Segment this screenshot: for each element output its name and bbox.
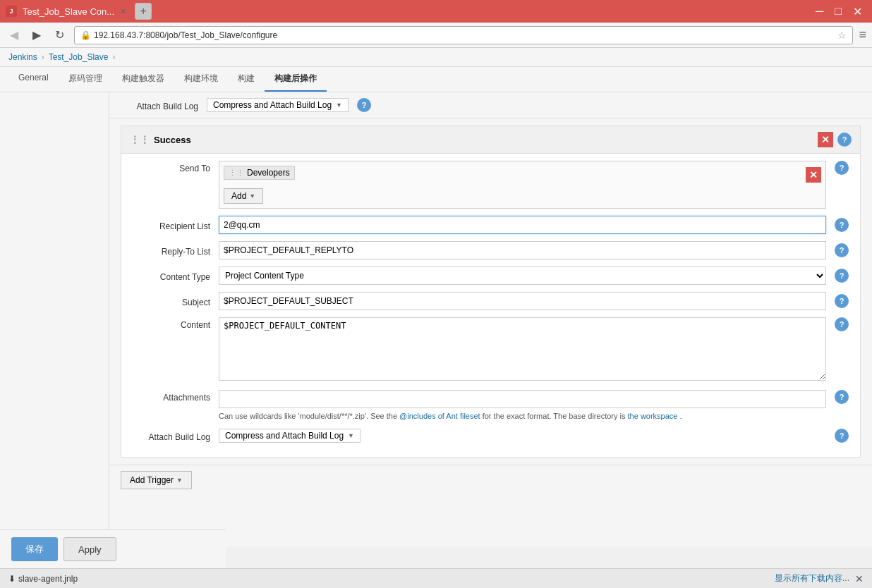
reload-button[interactable]: ↻ xyxy=(51,27,68,43)
ant-fileset-link[interactable]: @includes of Ant fileset xyxy=(399,412,480,420)
attach-build-log-control: Compress and Attach Build Log xyxy=(219,429,826,443)
attachments-hint-period: . xyxy=(680,412,682,420)
content-help-icon[interactable]: ? xyxy=(835,317,849,331)
recipient-list-label: Recipient List xyxy=(133,219,210,231)
add-label: Add xyxy=(231,191,246,201)
add-trigger-label: Add Trigger xyxy=(130,475,174,485)
tab-title: Test_Job_Slave Con... xyxy=(23,6,114,17)
content-type-label: Content Type xyxy=(133,269,210,282)
status-download: ⬇ slave-agent.jnlp xyxy=(8,574,78,584)
close-button[interactable]: ✕ xyxy=(849,5,866,18)
send-to-help-icon[interactable]: ? xyxy=(835,161,849,175)
breadcrumb: Jenkins › Test_Job_Slave › xyxy=(0,48,872,67)
subject-input[interactable]: $PROJECT_DEFAULT_SUBJECT xyxy=(219,292,826,310)
attachments-hint-text2: for the exact format. The base directory… xyxy=(483,412,628,420)
attach-build-log-row: Attach Build Log Compress and Attach Bui… xyxy=(133,429,849,443)
tab-build[interactable]: 构建 xyxy=(228,67,265,92)
subject-row: Subject $PROJECT_DEFAULT_SUBJECT ? xyxy=(133,292,849,310)
breadcrumb-job[interactable]: Test_Job_Slave xyxy=(49,52,109,62)
breadcrumb-sep-1: › xyxy=(42,52,44,62)
apply-button[interactable]: Apply xyxy=(63,537,116,561)
add-trigger-button[interactable]: Add Trigger xyxy=(121,471,192,489)
content-area: Attach Build Log Compress and Attach Bui… xyxy=(109,92,872,546)
url-box: 🔒 192.168.43.7:8080/job/Test_Job_Slave/c… xyxy=(74,26,853,44)
add-trigger-bar: Add Trigger xyxy=(109,465,872,495)
window-controls: ─ □ ✕ xyxy=(811,5,866,18)
attach-build-log-help-icon[interactable]: ? xyxy=(835,429,849,443)
attach-build-log-value: Compress and Attach Build Log xyxy=(225,431,344,441)
workspace-link[interactable]: the workspace xyxy=(628,412,678,420)
reply-to-help-icon[interactable]: ? xyxy=(835,243,849,257)
tabs-nav: General 原码管理 构建触发器 构建环境 构建 构建后操作 xyxy=(0,67,872,92)
attachments-help-icon[interactable]: ? xyxy=(835,390,849,404)
add-recipient-button[interactable]: Add xyxy=(224,188,263,204)
developer-row: Developers ✕ xyxy=(224,166,821,184)
content-textarea[interactable]: $PROJECT_DEFAULT_CONTENT xyxy=(219,317,826,381)
tab-post-build[interactable]: 构建后操作 xyxy=(265,67,327,92)
content-type-select[interactable]: Project Content Type HTML Plain Text xyxy=(219,267,826,285)
title-bar-left: J Test_Job_Slave Con... ✕ + xyxy=(6,3,152,20)
recipient-list-help-icon[interactable]: ? xyxy=(835,218,849,232)
content-control: $PROJECT_DEFAULT_CONTENT xyxy=(219,317,826,383)
recipient-list-row: Recipient List 2@qq.cm ? xyxy=(133,216,849,234)
new-tab-button[interactable]: + xyxy=(135,3,152,20)
success-help-icon[interactable]: ? xyxy=(837,133,852,147)
success-header: Success ✕ ? xyxy=(121,126,860,154)
tab-env[interactable]: 构建环境 xyxy=(174,67,228,92)
breadcrumb-jenkins[interactable]: Jenkins xyxy=(8,52,37,62)
subject-help-icon[interactable]: ? xyxy=(835,294,849,308)
success-remove-button[interactable]: ✕ xyxy=(818,132,833,147)
top-attach-label: Attach Build Log xyxy=(121,99,198,111)
reply-to-control: $PROJECT_DEFAULT_REPLYTO xyxy=(219,241,826,259)
attachments-hint-text: Can use wildcards like 'module/dist/**/*… xyxy=(219,412,399,420)
developer-tag: Developers xyxy=(224,166,295,180)
breadcrumb-sep-2: › xyxy=(112,52,115,62)
developer-remove-button[interactable]: ✕ xyxy=(806,167,821,183)
browser-menu-icon[interactable]: ≡ xyxy=(859,27,866,42)
top-attach-value: Compress and Attach Build Log xyxy=(213,100,332,110)
address-bar: ◀ ▶ ↻ 🔒 192.168.43.7:8080/job/Test_Job_S… xyxy=(0,23,872,48)
content-type-control: Project Content Type HTML Plain Text xyxy=(219,267,826,285)
save-button[interactable]: 保存 xyxy=(11,537,58,561)
download-filename: slave-agent.jnlp xyxy=(18,574,78,584)
url-lock-icon: 🔒 xyxy=(80,30,91,40)
minimize-button[interactable]: ─ xyxy=(811,5,828,18)
back-button[interactable]: ◀ xyxy=(6,27,23,43)
send-to-label: Send To xyxy=(133,161,210,173)
recipient-list-input[interactable]: 2@qq.cm xyxy=(219,216,826,234)
content-type-row: Content Type Project Content Type HTML P… xyxy=(133,267,849,285)
main-layout: Attach Build Log Compress and Attach Bui… xyxy=(0,92,872,546)
success-title: Success xyxy=(130,134,191,145)
top-attach-help-icon[interactable]: ? xyxy=(357,98,371,112)
tab-triggers[interactable]: 构建触发器 xyxy=(112,67,174,92)
content-type-help-icon[interactable]: ? xyxy=(835,269,849,283)
success-body: Send To Developers ✕ Add xyxy=(121,154,860,457)
subject-label: Subject xyxy=(133,295,210,307)
url-icons: ☆ xyxy=(837,30,847,41)
reply-to-row: Reply-To List $PROJECT_DEFAULT_REPLYTO ? xyxy=(133,241,849,259)
forward-button[interactable]: ▶ xyxy=(28,27,45,43)
star-icon[interactable]: ☆ xyxy=(837,30,847,41)
send-to-box: Developers ✕ Add xyxy=(219,161,826,209)
subject-control: $PROJECT_DEFAULT_SUBJECT xyxy=(219,292,826,310)
success-section: Success ✕ ? Send To Developers xyxy=(121,125,861,458)
sidebar xyxy=(0,92,109,546)
recipient-list-control: 2@qq.cm xyxy=(219,216,826,234)
tab-source[interactable]: 原码管理 xyxy=(59,67,112,92)
url-text: 192.168.43.7:8080/job/Test_Job_Slave/con… xyxy=(94,30,277,40)
status-bar-right: 显示所有下载内容... ✕ xyxy=(775,572,864,584)
attachments-input[interactable] xyxy=(219,390,826,408)
success-header-right: ✕ ? xyxy=(818,132,852,147)
attachments-hint: Can use wildcards like 'module/dist/**/*… xyxy=(219,411,826,422)
title-bar: J Test_Job_Slave Con... ✕ + ─ □ ✕ xyxy=(0,0,872,23)
top-attach-select[interactable]: Compress and Attach Build Log xyxy=(207,98,349,112)
attach-build-log-select[interactable]: Compress and Attach Build Log xyxy=(219,429,361,443)
show-all-downloads[interactable]: 显示所有下载内容... xyxy=(775,572,849,584)
tab-close-icon[interactable]: ✕ xyxy=(120,7,126,16)
reply-to-input[interactable]: $PROJECT_DEFAULT_REPLYTO xyxy=(219,241,826,259)
status-close-icon[interactable]: ✕ xyxy=(855,573,864,584)
maximize-button[interactable]: □ xyxy=(830,5,846,18)
top-attach-build-log-row: Attach Build Log Compress and Attach Bui… xyxy=(109,92,872,118)
send-to-control: Developers ✕ Add xyxy=(219,161,826,209)
tab-general[interactable]: General xyxy=(8,67,59,92)
